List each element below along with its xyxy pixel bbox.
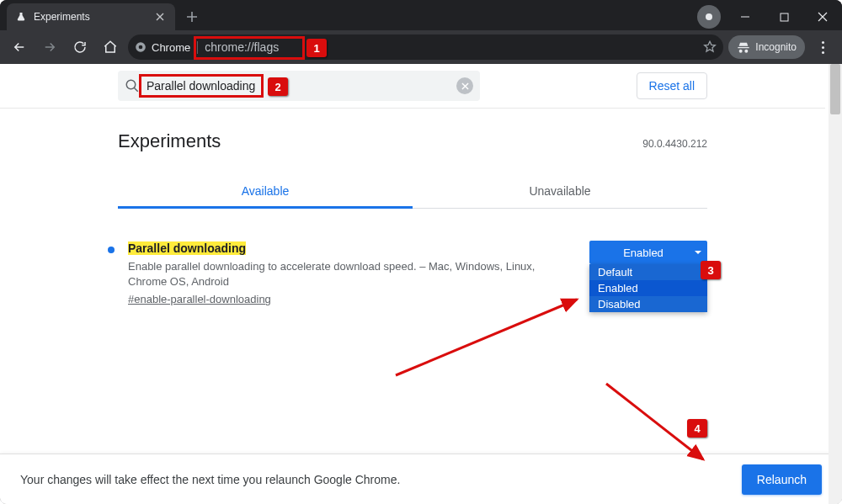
bookmark-star-icon[interactable]	[703, 40, 717, 54]
flag-description: Enable parallel downloading to accelerat…	[128, 259, 576, 289]
toolbar: Chrome chrome://flags Incognito	[0, 30, 842, 64]
chevron-down-icon	[694, 248, 702, 257]
option-default[interactable]: Default	[589, 264, 707, 280]
flag-select-wrapper: Enabled Default Enabled Disabled	[589, 241, 707, 264]
omnibox-url: chrome://flags	[205, 40, 279, 54]
chrome-icon	[135, 41, 147, 53]
window-controls	[726, 3, 842, 30]
vertical-scrollbar[interactable]	[829, 64, 842, 504]
new-tab-button[interactable]	[180, 5, 204, 29]
relaunch-button[interactable]: Relaunch	[742, 464, 822, 495]
tab-unavailable[interactable]: Unavailable	[413, 176, 707, 208]
tabstrip: Experiments	[0, 0, 692, 30]
reload-button[interactable]	[67, 34, 93, 60]
flags-page: Reset all Experiments 90.0.4430.212 Avai…	[0, 64, 842, 454]
tab-available[interactable]: Available	[118, 176, 413, 209]
flags-tabs: Available Unavailable	[118, 176, 707, 209]
titlebar: Experiments	[0, 0, 842, 30]
restart-message: Your changes will take effect the next t…	[20, 473, 400, 486]
flag-select[interactable]: Enabled	[589, 241, 707, 264]
flag-body: Parallel downloading Enable parallel dow…	[128, 241, 576, 306]
kebab-icon	[822, 41, 824, 54]
page-content: Reset all Experiments 90.0.4430.212 Avai…	[0, 64, 842, 504]
flag-select-dropdown[interactable]: Default Enabled Disabled	[589, 264, 707, 312]
home-button[interactable]	[98, 34, 123, 60]
minimize-button[interactable]	[726, 3, 765, 30]
scrollbar-thumb[interactable]	[830, 64, 840, 114]
close-window-button[interactable]	[803, 3, 842, 30]
modified-indicator-icon	[108, 247, 115, 253]
omnibox-chip-label: Chrome	[152, 41, 190, 54]
maximize-button[interactable]	[765, 3, 803, 30]
profile-avatar[interactable]	[697, 5, 721, 29]
forward-button[interactable]	[37, 34, 62, 60]
tab-title: Experiments	[34, 11, 147, 23]
browser-window: Experiments	[0, 0, 842, 504]
restart-bar: Your changes will take effect the next t…	[0, 454, 842, 504]
incognito-label: Incognito	[755, 41, 797, 53]
svg-point-2	[139, 45, 143, 50]
incognito-badge[interactable]: Incognito	[728, 35, 805, 59]
flag-select-value: Enabled	[623, 247, 663, 259]
heading-row: Experiments 90.0.4430.212	[0, 109, 825, 152]
menu-button[interactable]	[810, 34, 835, 60]
flags-search[interactable]	[118, 71, 480, 101]
flask-icon	[15, 11, 27, 23]
omnibox-origin-chip: Chrome	[135, 41, 198, 54]
flag-row: Parallel downloading Enable parallel dow…	[108, 241, 707, 306]
reset-all-button[interactable]: Reset all	[637, 72, 707, 99]
chrome-version: 90.0.4430.212	[642, 138, 707, 150]
svg-rect-0	[781, 13, 788, 21]
clear-search-button[interactable]	[456, 77, 473, 94]
option-enabled[interactable]: Enabled	[589, 280, 707, 296]
option-disabled[interactable]: Disabled	[589, 296, 707, 312]
flag-hash-link[interactable]: #enable-parallel-downloading	[128, 293, 271, 305]
incognito-icon	[737, 40, 750, 54]
svg-point-3	[126, 80, 136, 89]
flags-list: Parallel downloading Enable parallel dow…	[0, 209, 825, 306]
back-button[interactable]	[7, 34, 32, 60]
search-icon	[125, 78, 140, 93]
flags-search-input[interactable]	[147, 79, 450, 93]
page-title: Experiments	[118, 130, 221, 152]
flag-title: Parallel downloading	[128, 241, 246, 255]
close-icon[interactable]	[153, 10, 167, 24]
omnibox[interactable]: Chrome chrome://flags	[128, 34, 723, 60]
browser-tab[interactable]: Experiments	[7, 3, 175, 30]
flags-topbar: Reset all	[0, 64, 825, 109]
